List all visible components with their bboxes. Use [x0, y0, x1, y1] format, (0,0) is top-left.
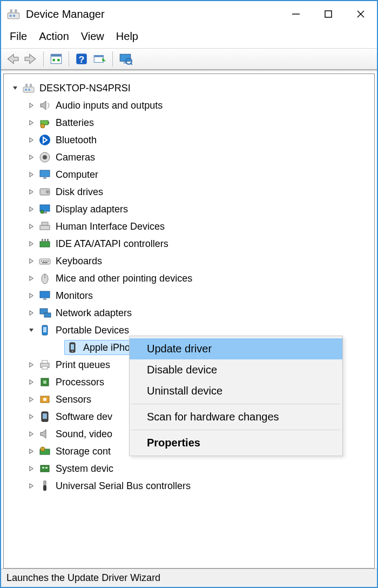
tree-item-label: System devic — [56, 463, 113, 475]
svg-point-39 — [40, 210, 44, 213]
usb-icon — [38, 479, 51, 492]
minimize-button[interactable] — [280, 1, 312, 27]
chevron-right-icon[interactable] — [26, 118, 36, 128]
chevron-right-icon[interactable] — [26, 446, 36, 456]
tree-item[interactable]: IDE ATA/ATAPI controllers — [7, 235, 371, 252]
chevron-down-icon[interactable] — [10, 83, 20, 93]
tree-item[interactable]: Cameras — [7, 149, 371, 166]
menu-action[interactable]: Action — [39, 30, 69, 43]
device-tree[interactable]: DESKTOP-NS4PRSI Audio inputs and outputs… — [3, 74, 375, 569]
tree-item[interactable]: Audio inputs and outputs — [7, 97, 371, 114]
svg-rect-43 — [42, 239, 43, 242]
svg-rect-54 — [40, 291, 50, 298]
tree-item[interactable]: Mice and other pointing devices — [7, 270, 371, 287]
printer-icon — [38, 358, 51, 371]
tree-item[interactable]: Human Interface Devices — [7, 218, 371, 235]
chevron-right-icon[interactable] — [26, 395, 36, 404]
tree-item[interactable]: Display adapters — [7, 201, 371, 218]
ide-icon — [38, 237, 51, 250]
monitor-button[interactable] — [117, 51, 133, 67]
back-button[interactable] — [4, 51, 21, 67]
tree-item[interactable]: Batteries — [7, 114, 371, 131]
menu-help[interactable]: Help — [116, 30, 138, 43]
show-hide-console-tree-button[interactable] — [48, 51, 64, 67]
tree-item-label: Cameras — [56, 152, 95, 163]
tree-item-label: Universal Serial Bus controllers — [56, 480, 191, 492]
tree-item[interactable]: System devic — [7, 460, 371, 477]
iphone-icon — [66, 341, 79, 354]
chevron-down-icon[interactable] — [26, 325, 36, 335]
svg-rect-49 — [45, 260, 46, 262]
chevron-right-icon[interactable] — [26, 464, 36, 473]
context-menu-item[interactable]: Properties — [130, 432, 342, 453]
tree-item-label: Disk drives — [56, 186, 103, 198]
tree-root[interactable]: DESKTOP-NS4PRSI — [7, 79, 371, 97]
svg-rect-50 — [48, 260, 49, 262]
svg-rect-6 — [325, 11, 332, 17]
chevron-right-icon[interactable] — [26, 377, 36, 387]
chevron-right-icon[interactable] — [26, 135, 36, 145]
tree-item-label: Processors — [56, 377, 104, 388]
chevron-right-icon[interactable] — [26, 273, 36, 283]
chevron-right-icon[interactable] — [26, 481, 36, 491]
tree-item-label: Portable Devices — [56, 325, 129, 336]
battery-icon — [38, 116, 51, 129]
svg-rect-28 — [48, 122, 49, 124]
tree-item[interactable]: Universal Serial Bus controllers — [7, 477, 371, 495]
chevron-right-icon[interactable] — [26, 152, 36, 162]
chevron-right-icon[interactable] — [26, 360, 36, 370]
tree-item[interactable]: Bluetooth — [7, 131, 371, 149]
menu-view[interactable]: View — [81, 30, 104, 43]
context-menu-separator — [132, 430, 340, 430]
chevron-right-icon[interactable] — [26, 429, 36, 439]
tree-item[interactable]: Network adapters — [7, 304, 371, 322]
tree-item-label: Sound, video — [56, 429, 112, 440]
svg-rect-77 — [44, 481, 46, 485]
context-menu-separator — [132, 404, 340, 404]
chevron-right-icon[interactable] — [26, 204, 36, 214]
chevron-right-icon[interactable] — [26, 412, 36, 422]
app-icon — [6, 7, 21, 21]
tree-item[interactable]: Keyboards — [7, 252, 371, 270]
chevron-right-icon[interactable] — [26, 256, 36, 266]
svg-rect-45 — [47, 239, 49, 242]
svg-point-2 — [13, 15, 15, 17]
status-bar: Launches the Update Driver Wizard — [1, 569, 377, 587]
chevron-right-icon[interactable] — [26, 170, 36, 179]
svg-point-62 — [72, 351, 73, 352]
svg-rect-55 — [43, 298, 46, 300]
forward-button[interactable] — [23, 51, 39, 67]
chevron-right-icon[interactable] — [26, 222, 36, 231]
svg-rect-40 — [40, 225, 50, 230]
monitor-icon — [38, 289, 51, 302]
svg-point-24 — [28, 89, 30, 91]
menu-file[interactable]: File — [10, 30, 27, 43]
chevron-right-icon[interactable] — [26, 291, 36, 300]
tree-item-label: Display adapters — [56, 204, 128, 215]
chevron-right-icon[interactable] — [26, 239, 36, 249]
svg-rect-67 — [43, 380, 46, 384]
tree-item[interactable]: Disk drives — [7, 183, 371, 201]
close-button[interactable] — [345, 1, 377, 27]
context-menu-item[interactable]: Disable device — [130, 359, 342, 380]
chevron-right-icon[interactable] — [26, 308, 36, 318]
maximize-button[interactable] — [312, 1, 345, 27]
tree-item[interactable]: Monitors — [7, 287, 371, 304]
tree-item-label: Sensors — [56, 394, 91, 405]
chevron-right-icon[interactable] — [26, 187, 36, 197]
context-menu-item[interactable]: Update driver — [130, 338, 342, 359]
tree-item-label: Network adapters — [56, 308, 132, 319]
tree-item[interactable]: Computer — [7, 166, 371, 183]
tree-item-label: Mice and other pointing devices — [56, 273, 192, 284]
tree-item-label: Audio inputs and outputs — [56, 100, 163, 111]
svg-rect-25 — [25, 84, 28, 87]
scan-hardware-button[interactable] — [92, 51, 108, 67]
svg-rect-12 — [57, 59, 59, 61]
sensor-icon — [38, 393, 51, 406]
context-menu-item[interactable]: Scan for hardware changes — [130, 406, 342, 427]
window-title: Device Manager — [26, 8, 280, 21]
toolbar-separator — [69, 51, 69, 66]
help-button[interactable]: ? — [73, 51, 90, 67]
chevron-right-icon[interactable] — [26, 101, 36, 110]
context-menu-item[interactable]: Uninstall device — [130, 380, 342, 402]
